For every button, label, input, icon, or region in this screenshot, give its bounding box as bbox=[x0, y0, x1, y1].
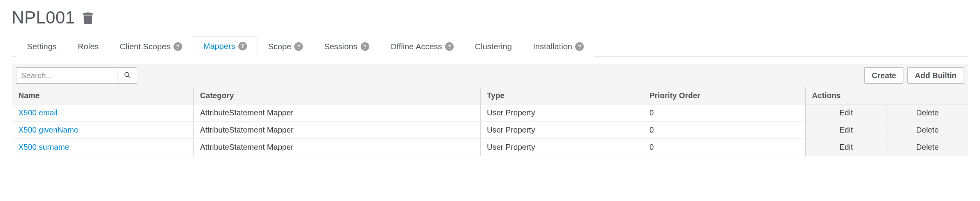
page-title: NPL001 bbox=[12, 8, 75, 27]
tab-label: Client Scopes bbox=[120, 42, 171, 51]
tab-label: Settings bbox=[27, 42, 57, 51]
tab-label: Installation bbox=[533, 42, 572, 51]
table-row: X500 givenNameAttributeStatement MapperU… bbox=[12, 122, 968, 139]
help-icon[interactable]: ? bbox=[238, 42, 247, 50]
help-icon[interactable]: ? bbox=[173, 42, 182, 51]
tab-mappers[interactable]: Mappers? bbox=[193, 36, 258, 57]
edit-button[interactable]: Edit bbox=[805, 122, 887, 139]
cell-priority: 0 bbox=[643, 139, 806, 156]
tab-settings[interactable]: Settings bbox=[16, 36, 67, 57]
mapper-link[interactable]: X500 surname bbox=[18, 143, 69, 151]
cell-type: User Property bbox=[481, 104, 643, 122]
tab-sessions[interactable]: Sessions? bbox=[313, 36, 379, 57]
tab-client-scopes[interactable]: Client Scopes? bbox=[109, 36, 193, 57]
cell-priority: 0 bbox=[643, 104, 806, 122]
cell-category: AttributeStatement Mapper bbox=[193, 139, 480, 156]
table-row: X500 surnameAttributeStatement MapperUse… bbox=[12, 139, 968, 156]
delete-button[interactable]: Delete bbox=[887, 104, 968, 122]
col-category[interactable]: Category bbox=[193, 87, 480, 104]
col-actions: Actions bbox=[805, 87, 968, 104]
search-group bbox=[16, 67, 137, 84]
edit-button[interactable]: Edit bbox=[805, 139, 887, 156]
help-icon[interactable]: ? bbox=[445, 42, 454, 51]
tab-clustering[interactable]: Clustering bbox=[464, 36, 522, 57]
help-icon[interactable]: ? bbox=[575, 42, 584, 51]
tab-scope[interactable]: Scope? bbox=[258, 36, 314, 57]
search-input[interactable] bbox=[16, 67, 118, 84]
cell-type: User Property bbox=[481, 122, 643, 139]
page-heading: NPL001 bbox=[12, 8, 968, 27]
col-name[interactable]: Name bbox=[12, 87, 194, 104]
col-type[interactable]: Type bbox=[481, 87, 643, 104]
cell-category: AttributeStatement Mapper bbox=[193, 122, 480, 139]
search-icon bbox=[124, 72, 131, 80]
col-priority[interactable]: Priority Order bbox=[643, 87, 806, 104]
cell-type: User Property bbox=[481, 139, 643, 156]
svg-line-1 bbox=[128, 76, 130, 78]
tab-installation[interactable]: Installation? bbox=[522, 36, 594, 57]
tabs-bar: SettingsRolesClient Scopes?Mappers?Scope… bbox=[12, 36, 968, 57]
tab-label: Clustering bbox=[475, 42, 512, 51]
tab-label: Offline Access bbox=[390, 42, 442, 51]
svg-point-0 bbox=[125, 72, 129, 77]
trash-icon[interactable] bbox=[82, 13, 94, 24]
tab-label: Sessions bbox=[324, 42, 357, 51]
mapper-link[interactable]: X500 email bbox=[18, 108, 57, 117]
tab-offline-access[interactable]: Offline Access? bbox=[380, 36, 465, 57]
toolbar: Create Add Builtin bbox=[12, 64, 968, 87]
cell-category: AttributeStatement Mapper bbox=[193, 104, 480, 122]
add-builtin-button[interactable]: Add Builtin bbox=[907, 67, 964, 84]
help-icon[interactable]: ? bbox=[361, 42, 369, 51]
mapper-link[interactable]: X500 givenName bbox=[18, 126, 78, 134]
mappers-table: Name Category Type Priority Order Action… bbox=[12, 87, 968, 156]
table-header-row: Name Category Type Priority Order Action… bbox=[12, 87, 968, 104]
cell-priority: 0 bbox=[643, 122, 806, 139]
delete-button[interactable]: Delete bbox=[887, 122, 968, 139]
edit-button[interactable]: Edit bbox=[805, 104, 887, 122]
search-button[interactable] bbox=[118, 67, 137, 84]
delete-button[interactable]: Delete bbox=[887, 139, 968, 156]
tab-label: Scope bbox=[268, 42, 291, 51]
tab-label: Roles bbox=[78, 42, 99, 51]
tab-label: Mappers bbox=[203, 41, 235, 51]
tab-roles[interactable]: Roles bbox=[67, 36, 109, 57]
create-button[interactable]: Create bbox=[864, 67, 903, 84]
help-icon[interactable]: ? bbox=[294, 42, 303, 51]
table-row: X500 emailAttributeStatement MapperUser … bbox=[12, 104, 968, 122]
